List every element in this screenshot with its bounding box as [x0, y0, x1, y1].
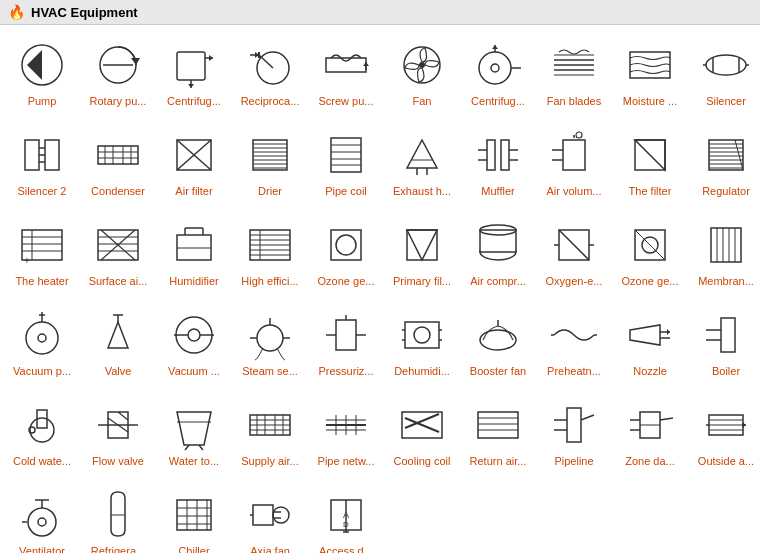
item-steam-separator[interactable]: Steam se...: [232, 299, 308, 389]
item-cold-water-tower[interactable]: Cold wate...: [4, 389, 80, 479]
item-pump[interactable]: Pump: [4, 29, 80, 119]
svg-line-127: [635, 230, 665, 260]
svg-rect-201: [567, 408, 581, 442]
item-outside-air[interactable]: Outside a...: [688, 389, 760, 479]
title-bar: 🔥 HVAC Equipment: [0, 0, 760, 25]
item-access-door[interactable]: A D Access d...: [308, 479, 384, 553]
item-high-efficiency-filter[interactable]: High effici...: [232, 209, 308, 299]
svg-rect-74: [563, 140, 585, 170]
svg-point-231: [273, 507, 289, 523]
item-centrifugal-pump[interactable]: Centrifug...: [156, 29, 232, 119]
svg-line-209: [660, 418, 673, 420]
svg-marker-138: [108, 322, 128, 348]
item-rotary-pump[interactable]: Rotary pu...: [80, 29, 156, 119]
svg-rect-197: [478, 412, 518, 438]
item-screw-pump[interactable]: Screw pu...: [308, 29, 384, 119]
item-air-volume-damper[interactable]: Air volum...: [536, 119, 612, 209]
item-exhaust-hood[interactable]: Exhaust h...: [384, 119, 460, 209]
item-primary-filter[interactable]: Primary fil...: [384, 209, 460, 299]
svg-rect-223: [177, 500, 211, 530]
svg-point-21: [491, 64, 499, 72]
svg-marker-166: [667, 329, 670, 335]
item-condenser[interactable]: Condenser: [80, 119, 156, 209]
svg-marker-80: [635, 140, 665, 170]
svg-line-204: [581, 415, 594, 420]
item-ventilator[interactable]: Ventilator: [4, 479, 80, 553]
svg-marker-117: [407, 230, 437, 260]
item-supply-air-diffuser[interactable]: Supply air...: [232, 389, 308, 479]
svg-rect-230: [253, 505, 273, 525]
item-refrigerator[interactable]: Refrigera...: [80, 479, 156, 553]
item-pressurizer[interactable]: Pressuriz...: [308, 299, 384, 389]
item-water-tower[interactable]: Water to...: [156, 389, 232, 479]
svg-line-122: [559, 230, 589, 260]
item-air-filter[interactable]: Air filter: [156, 119, 232, 209]
item-pipeline[interactable]: Pipeline: [536, 389, 612, 479]
item-silencer-2[interactable]: Silencer 2: [4, 119, 80, 209]
item-chiller[interactable]: Chiller: [156, 479, 232, 553]
item-vacuum[interactable]: Vacuum ...: [156, 299, 232, 389]
item-silencer[interactable]: Silencer: [688, 29, 760, 119]
item-the-heater[interactable]: + The heater: [4, 209, 80, 299]
item-return-air[interactable]: Return air...: [460, 389, 536, 479]
svg-rect-69: [501, 140, 509, 170]
item-pipe-network[interactable]: Pipe netw...: [308, 389, 384, 479]
svg-point-142: [188, 329, 200, 341]
item-regulator[interactable]: Regulator: [688, 119, 760, 209]
item-valve[interactable]: Valve: [80, 299, 156, 389]
item-the-filter[interactable]: The filter: [612, 119, 688, 209]
svg-point-133: [26, 322, 58, 354]
item-moisture-separator[interactable]: Moisture ...: [612, 29, 688, 119]
item-vacuum-pump[interactable]: Vacuum p...: [4, 299, 80, 389]
svg-rect-30: [630, 52, 670, 78]
item-axia-fan[interactable]: Axia fan: [232, 479, 308, 553]
app-title: HVAC Equipment: [31, 5, 138, 20]
item-flow-valve[interactable]: Flow valve: [80, 389, 156, 479]
svg-point-154: [414, 327, 430, 343]
item-surface-air-cooler[interactable]: Surface ai...: [80, 209, 156, 299]
item-oxygen-enriched[interactable]: Oxygen-e...: [536, 209, 612, 299]
item-muffler[interactable]: Muffler: [460, 119, 536, 209]
item-humidifier[interactable]: Humidifier: [156, 209, 232, 299]
item-air-compressor[interactable]: Air compr...: [460, 209, 536, 299]
item-cooling-coil[interactable]: Cooling coil: [384, 389, 460, 479]
grid-container: Pump Rotary pu... Centrifug...: [0, 25, 760, 553]
svg-point-20: [479, 52, 511, 84]
item-membrane[interactable]: Membran...: [688, 209, 760, 299]
item-zone-damper[interactable]: Zone da...: [612, 389, 688, 479]
svg-rect-116: [407, 230, 437, 260]
svg-marker-1: [27, 50, 42, 80]
item-boiler[interactable]: Boiler: [688, 299, 760, 389]
svg-rect-68: [487, 140, 495, 170]
svg-line-14: [259, 55, 273, 68]
item-ozone-generator[interactable]: Ozone ge...: [308, 209, 384, 299]
item-pipe-coil[interactable]: Pipe coil: [308, 119, 384, 209]
item-centrifugal-fan[interactable]: Centrifug...: [460, 29, 536, 119]
item-ozone-generator-2[interactable]: Ozone ge...: [612, 209, 688, 299]
svg-rect-145: [257, 325, 283, 351]
svg-marker-3: [131, 58, 140, 65]
item-fan-blades[interactable]: Fan blades: [536, 29, 612, 119]
svg-rect-167: [721, 318, 735, 352]
svg-marker-7: [209, 55, 213, 61]
svg-rect-41: [98, 146, 138, 164]
svg-rect-5: [177, 52, 205, 80]
item-drier[interactable]: Drier: [232, 119, 308, 209]
item-preheating-coil[interactable]: Preheatn...: [536, 299, 612, 389]
svg-rect-37: [45, 140, 59, 170]
svg-point-170: [30, 418, 54, 442]
svg-rect-149: [336, 320, 356, 350]
item-booster-fan[interactable]: Booster fan: [460, 299, 536, 389]
svg-line-175: [118, 412, 128, 420]
item-dehumidifier[interactable]: Dehumidi...: [384, 299, 460, 389]
svg-marker-17: [363, 62, 369, 66]
svg-point-217: [28, 508, 56, 536]
svg-marker-216: [742, 422, 746, 428]
svg-rect-15: [326, 58, 366, 72]
app-icon: 🔥: [8, 4, 25, 20]
svg-point-78: [576, 132, 582, 138]
svg-rect-153: [405, 322, 439, 348]
item-fan[interactable]: Fan: [384, 29, 460, 119]
item-nozzle[interactable]: Nozzle: [612, 299, 688, 389]
item-reciprocating-pump[interactable]: Reciproca...: [232, 29, 308, 119]
